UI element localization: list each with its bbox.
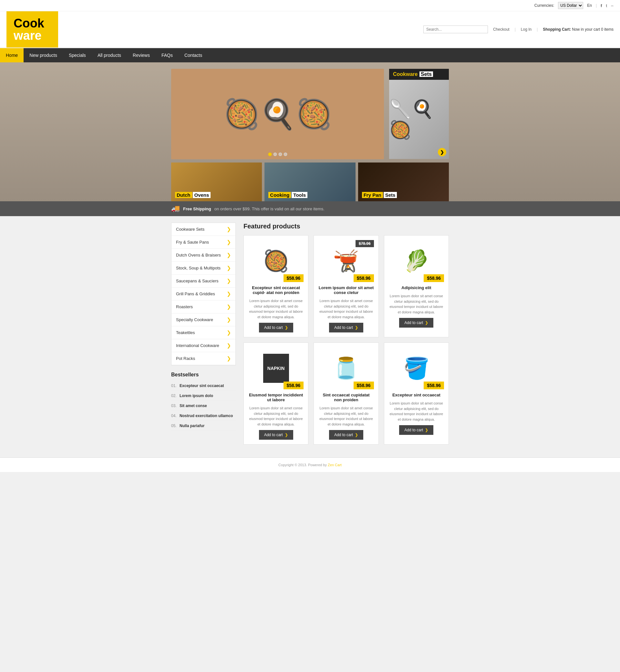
- nav-specials[interactable]: Specials: [63, 48, 92, 62]
- product-card-3: 🥬 $58.96 Adipisicing elit Lorem ipsum do…: [384, 235, 449, 337]
- add-to-cart-button-6[interactable]: Add to cart ❯: [399, 425, 433, 435]
- hero-dot-4[interactable]: [283, 152, 287, 156]
- add-to-cart-button-2[interactable]: Add to cart ❯: [329, 323, 363, 332]
- currency-select[interactable]: US Dollar: [558, 2, 583, 9]
- nav-contacts[interactable]: Contacts: [178, 48, 208, 62]
- hero-section: 🥘🍳🥘 Cookware Sets 🥄🍳🥘 ❯ Dutch: [0, 62, 620, 201]
- sidebar-label-saucepans: Saucepans & Sauciers: [176, 279, 219, 283]
- fry-label-yellow: Fry Pan: [362, 192, 383, 198]
- sidebar-item-fry-saute[interactable]: Fry & Saute Pans ❯: [171, 236, 236, 249]
- divider: |: [596, 3, 597, 8]
- product-title-3: Adipisicing elit: [401, 285, 431, 290]
- sidebar-item-saucepans[interactable]: Saucepans & Sauciers ❯: [171, 275, 236, 288]
- rss-icon[interactable]: ⎓: [611, 3, 614, 8]
- sidebar-label-cookware-sets: Cookware Sets: [176, 227, 204, 232]
- banner-cooking-tools[interactable]: Cooking Tools: [264, 162, 355, 201]
- sidebar-item-international[interactable]: International Cookware ❯: [171, 339, 236, 352]
- hero-dot-1[interactable]: [268, 152, 271, 156]
- sidebar-arrow-roasters: ❯: [227, 304, 231, 310]
- nav-new-products[interactable]: New products: [23, 48, 63, 62]
- add-to-cart-label-2: Add to cart: [334, 325, 353, 330]
- shipping-detail: on orders over $99. This offer is valid …: [214, 206, 324, 211]
- sidebar-label-grill-pans: Grill Pans & Griddles: [176, 291, 215, 296]
- bestseller-link-1[interactable]: Excepteur sint occaecat: [179, 383, 224, 388]
- cart-label: Shopping Cart: Now in your cart 0 items: [543, 27, 614, 32]
- hero-side-image[interactable]: 🥄🍳🥘 ❯: [389, 80, 449, 159]
- logo[interactable]: Cook ware: [6, 11, 58, 47]
- add-to-cart-button-4[interactable]: Add to cart ❯: [259, 430, 293, 440]
- sidebar-arrow-grill-pans: ❯: [227, 291, 231, 297]
- product-card-4: NAPKIN $58.96 Eiusmod tempor incidident …: [244, 342, 308, 444]
- add-to-cart-button-3[interactable]: Add to cart ❯: [399, 318, 433, 328]
- sidebar-item-pot-racks[interactable]: Pot Racks ❯: [171, 352, 236, 365]
- login-link[interactable]: Log In: [521, 27, 531, 32]
- hero-main-image[interactable]: 🥘🍳🥘: [171, 69, 384, 159]
- bestseller-link-4[interactable]: Nostrud exercitation ullamco: [179, 414, 233, 418]
- cart-arrow-icon-4: ❯: [285, 433, 288, 437]
- footer-link[interactable]: Zen Cart: [328, 463, 342, 467]
- nav-all-products[interactable]: All products: [92, 48, 127, 62]
- sidebar-item-grill-pans[interactable]: Grill Pans & Griddles ❯: [171, 288, 236, 300]
- facebook-icon[interactable]: f: [601, 3, 602, 8]
- bestseller-2[interactable]: 02. Lorem ipsum dolo: [171, 391, 236, 401]
- top-bar: Currencies: US Dollar En | f t ⎓: [0, 0, 620, 11]
- sidebar-label-roasters: Roasters: [176, 304, 193, 309]
- bestseller-link-2[interactable]: Lorem ipsum dolo: [179, 393, 213, 398]
- cart-arrow-icon-1: ❯: [285, 325, 288, 330]
- sidebar-item-dutch-ovens[interactable]: Dutch Ovens & Braisers ❯: [171, 249, 236, 262]
- checkout-link[interactable]: Checkout: [493, 27, 510, 32]
- bestseller-num-2: 02.: [171, 393, 176, 398]
- hero-label-sets: Sets: [419, 71, 433, 77]
- product-title-2: Lorem ipsum dolor sit amet conse cletur: [318, 285, 374, 295]
- nav-reviews[interactable]: Reviews: [127, 48, 156, 62]
- hero-side-panel: Cookware Sets 🥄🍳🥘 ❯: [389, 69, 449, 159]
- dutch-label-yellow: Dutch: [175, 192, 192, 198]
- products-grid: 🥘 $58.96 Excepteur sint occaecat cupid- …: [244, 235, 449, 444]
- bestsellers-title: Bestsellers: [171, 372, 236, 378]
- bestseller-link-5[interactable]: Nulla pariafur: [179, 424, 204, 428]
- bestsellers-section: Bestsellers 01. Excepteur sint occaecat …: [171, 372, 236, 431]
- banner-dutch-ovens[interactable]: Dutch Ovens: [171, 162, 262, 201]
- separator: |: [515, 27, 516, 32]
- product-price-5: $58.96: [354, 382, 374, 389]
- bestseller-3[interactable]: 03. Sit amet conse: [171, 401, 236, 411]
- hero-dot-3[interactable]: [278, 152, 282, 156]
- bestseller-link-3[interactable]: Sit amet conse: [179, 403, 207, 408]
- sidebar-item-stock-soup[interactable]: Stock, Soup & Multipots ❯: [171, 262, 236, 275]
- add-to-cart-button-5[interactable]: Add to cart ❯: [329, 430, 363, 440]
- sidebar-item-teakettles[interactable]: Teakettles ❯: [171, 326, 236, 339]
- lang-selector[interactable]: En: [587, 3, 592, 8]
- bestseller-1[interactable]: 01. Excepteur sint occaecat: [171, 381, 236, 391]
- twitter-icon[interactable]: t: [606, 3, 607, 8]
- add-to-cart-label-6: Add to cart: [404, 428, 423, 432]
- cart-arrow-icon-3: ❯: [425, 321, 428, 325]
- nav-home[interactable]: Home: [0, 48, 23, 62]
- product-card-5: 🫙 $58.96 Sint occaecat cupidatat non pro…: [314, 342, 378, 444]
- pot-icon: 🫕: [333, 249, 359, 273]
- product-card-6: 🪣 $58.96 Excepteur sint occaecat Lorem i…: [384, 342, 449, 444]
- free-shipping-text: Free Shipping: [183, 206, 211, 211]
- sidebar-item-specialty[interactable]: Specialty Cookware ❯: [171, 314, 236, 326]
- sidebar-item-cookware-sets[interactable]: Cookware Sets ❯: [171, 223, 236, 236]
- sidebar-item-roasters[interactable]: Roasters ❯: [171, 300, 236, 314]
- product-desc-5: Lorem ipsum dolor sit amet conse cletur …: [318, 405, 374, 427]
- sidebar-label-international: International Cookware: [176, 343, 219, 348]
- nav-faqs[interactable]: FAQs: [156, 48, 178, 62]
- bestseller-4[interactable]: 04. Nostrud exercitation ullamco: [171, 411, 236, 421]
- search-input[interactable]: [423, 26, 488, 33]
- hero-next-arrow[interactable]: ❯: [438, 148, 446, 156]
- bestseller-5[interactable]: 05. Nulla pariafur: [171, 421, 236, 431]
- banner-fry-pan-sets[interactable]: Fry Pan Sets: [358, 162, 449, 201]
- add-to-cart-button-1[interactable]: Add to cart ❯: [259, 323, 293, 332]
- sidebar-label-dutch-ovens: Dutch Ovens & Braisers: [176, 253, 221, 257]
- add-to-cart-label-3: Add to cart: [404, 321, 423, 325]
- napkin-holder-icon: NAPKIN: [263, 354, 289, 383]
- logo-ware: ware: [13, 30, 51, 42]
- product-image-1: 🥘 $58.96: [248, 240, 304, 282]
- hero-dot-2[interactable]: [273, 152, 277, 156]
- tools-label-white: Tools: [292, 192, 307, 198]
- product-image-3: 🥬 $58.96: [389, 240, 444, 282]
- sidebar-label-fry-saute: Fry & Saute Pans: [176, 240, 209, 245]
- dutch-ovens-label: Dutch Ovens: [175, 192, 211, 198]
- product-desc-4: Lorem ipsum dolor sit amet conse cletur …: [248, 405, 304, 427]
